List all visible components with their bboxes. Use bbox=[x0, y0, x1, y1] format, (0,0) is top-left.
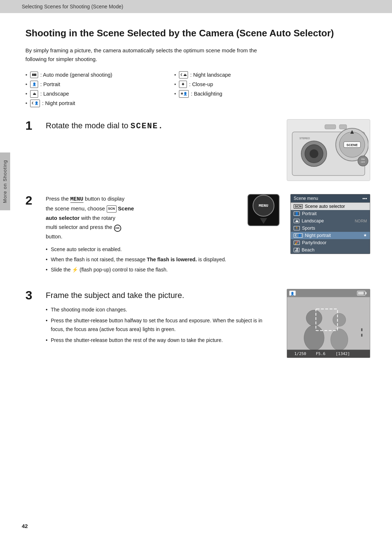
auto-icon: ▮▮▮ bbox=[30, 72, 38, 78]
scene-menu-item-landscape[interactable]: ⛰ Landscape NORM bbox=[291, 217, 370, 225]
header-text: Selecting Scenes for Shooting (Scene Mod… bbox=[22, 4, 123, 9]
sidebar-label: More on Shooting bbox=[2, 160, 8, 203]
ok-button-ref: OK bbox=[114, 225, 121, 232]
svg-point-12 bbox=[310, 149, 318, 158]
step1-row: 1 Rotate the mode dial to SCENE. bbox=[25, 119, 370, 181]
step3-bullets: The shooting mode icon changes. Press th… bbox=[46, 306, 269, 344]
svg-point-23 bbox=[306, 310, 322, 326]
svg-rect-22 bbox=[358, 292, 364, 295]
bullet-col1: • ▮▮▮ : Auto mode (general shooting) • 👤… bbox=[25, 70, 160, 108]
bullet-col2: • ☾⛰ : Night landscape • ❖ : Close-up • … bbox=[174, 70, 309, 108]
step3-bullet2: Press the shutter-release button halfway… bbox=[46, 317, 269, 334]
bullet-portrait: • 👤 : Portrait bbox=[25, 80, 160, 89]
bullet-auto: • ▮▮▮ : Auto mode (general shooting) bbox=[25, 70, 160, 80]
svg-text:▮: ▮ bbox=[361, 333, 363, 337]
step1-title: Rotate the mode dial to SCENE. bbox=[46, 119, 279, 132]
svg-rect-14 bbox=[339, 125, 347, 129]
step3-bullet1: The shooting mode icon changes. bbox=[46, 306, 269, 314]
svg-text:ON/: ON/ bbox=[361, 158, 365, 160]
svg-text:F5.6: F5.6 bbox=[316, 351, 325, 356]
svg-point-25 bbox=[333, 313, 346, 326]
svg-text:STEREO: STEREO bbox=[299, 137, 310, 140]
step2-bullet3: Slide the ⚡ (flash pop-up) control to ra… bbox=[46, 266, 237, 274]
bullet-closeup: • ❖ : Close-up bbox=[174, 80, 309, 89]
step2-number: 2 bbox=[25, 194, 38, 206]
bullet-night-portrait: • ☾👤 : Night portrait bbox=[25, 98, 160, 108]
svg-rect-21 bbox=[365, 292, 367, 294]
bullet-landscape: • ⛰ : Landscape bbox=[25, 89, 160, 98]
scene-menu-item-sports[interactable]: 🏃 Sports bbox=[291, 225, 370, 232]
svg-text:OFF: OFF bbox=[361, 161, 365, 163]
step3-title: Frame the subject and take the picture. bbox=[46, 289, 269, 301]
scene-menu-item-night-portrait[interactable]: ☾👤 Night portrait ★ bbox=[291, 232, 370, 239]
night-portrait-icon: ☾👤 bbox=[30, 100, 40, 107]
step2-bullets: Scene auto selector is enabled. When the… bbox=[46, 245, 237, 274]
step3-section: 3 Frame the subject and take the picture… bbox=[25, 289, 370, 358]
portrait-icon: 👤 bbox=[30, 81, 38, 88]
step1-section: 1 Rotate the mode dial to SCENE. bbox=[25, 119, 370, 181]
camera-dial-image: SCENE ON/ OFF STEREO bbox=[287, 119, 370, 181]
bullet-list: • ▮▮▮ : Auto mode (general shooting) • 👤… bbox=[25, 70, 309, 108]
sidebar-tab: More on Shooting bbox=[0, 153, 10, 210]
bullet-night-landscape: • ☾⛰ : Night landscape bbox=[174, 70, 309, 80]
main-content: Shooting in the Scene Selected by the Ca… bbox=[0, 13, 392, 386]
scene-menu: Scene menu ▪▪▪ SCN Scene auto selector 👤… bbox=[290, 194, 370, 254]
scene-menu-item-portrait[interactable]: 👤 Portrait bbox=[291, 210, 370, 217]
svg-text:1/250: 1/250 bbox=[294, 351, 306, 356]
step2-bullet1: Scene auto selector is enabled. bbox=[46, 245, 237, 254]
svg-text:[1342]: [1342] bbox=[336, 351, 350, 356]
step2-bullet2: When the flash is not raised, the messag… bbox=[46, 255, 237, 264]
menu-keyword: MENU bbox=[70, 196, 83, 203]
scene-menu-item-auto[interactable]: SCN Scene auto selector bbox=[291, 203, 370, 210]
scn-icon: SCN bbox=[107, 205, 117, 212]
svg-marker-15 bbox=[260, 218, 267, 224]
scene-menu-item-beach[interactable]: 🏖 Beach bbox=[291, 246, 370, 254]
scene-menu-item-party[interactable]: 🎉 Party/indoor bbox=[291, 239, 370, 246]
step3-number: 3 bbox=[25, 289, 38, 301]
svg-rect-16 bbox=[287, 289, 370, 358]
step2-section: 2 Press the MENU button to display the s… bbox=[25, 194, 370, 276]
intro-text: By simply framing a picture, the camera … bbox=[25, 46, 279, 64]
svg-text:SCENE: SCENE bbox=[346, 143, 358, 147]
step1-number: 1 bbox=[25, 119, 38, 132]
page-title: Shooting in the Scene Selected by the Ca… bbox=[25, 28, 370, 39]
svg-rect-13 bbox=[325, 125, 336, 129]
viewfinder-image: 👤 1/250 bbox=[287, 289, 370, 358]
svg-text:▮: ▮ bbox=[361, 327, 363, 331]
step1-scene-word: SCENE. bbox=[131, 122, 164, 131]
bullet-backlight: • ☀👤 : Backlighting bbox=[174, 89, 309, 98]
closeup-icon: ❖ bbox=[179, 81, 187, 88]
step3-bullet3: Press the shutter-release button the res… bbox=[46, 336, 269, 345]
menu-button-graphic: MENU bbox=[248, 194, 279, 226]
page-number: 42 bbox=[22, 523, 28, 529]
page-header: Selecting Scenes for Shooting (Scene Mod… bbox=[0, 0, 392, 13]
step2-description: Press the MENU button to display the sce… bbox=[46, 194, 205, 241]
scene-menu-header: Scene menu ▪▪▪ bbox=[291, 194, 370, 203]
svg-point-26 bbox=[331, 329, 348, 350]
landscape-icon: ⛰ bbox=[30, 90, 38, 97]
night-landscape-icon: ☾⛰ bbox=[179, 71, 188, 78]
backlight-icon: ☀👤 bbox=[179, 90, 189, 97]
svg-point-24 bbox=[304, 325, 324, 350]
svg-text:👤: 👤 bbox=[290, 291, 295, 295]
